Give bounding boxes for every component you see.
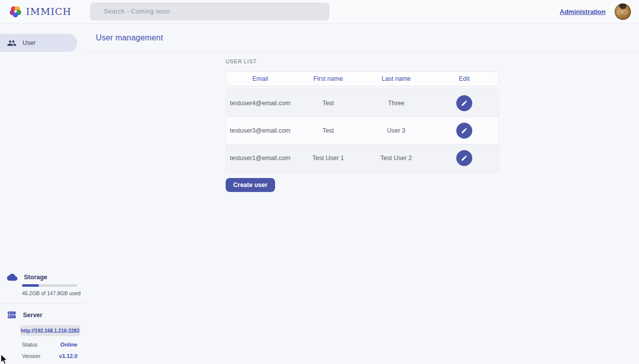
sidebar: User Storage 45.2GB of 147.8GB used	[0, 23, 85, 364]
cell-last-name: User 3	[362, 127, 430, 134]
administration-link[interactable]: Administration	[560, 8, 606, 15]
logo-wordmark: IMMICH	[26, 6, 71, 17]
cell-last-name: Test User 2	[362, 155, 430, 162]
search-input[interactable]	[90, 2, 329, 20]
page-header: User management	[85, 23, 639, 53]
immich-logo[interactable]: IMMICH	[0, 5, 71, 18]
pencil-icon	[461, 100, 468, 107]
table-row: testuser1@email.com Test User 1 Test Use…	[226, 144, 498, 172]
sidebar-item-user[interactable]: User	[0, 34, 77, 52]
column-header-last-name: Last name	[362, 75, 430, 82]
cell-first-name: Test	[294, 100, 362, 107]
pencil-icon	[461, 127, 468, 134]
table-row: testuser3@email.com Test User 3	[226, 117, 498, 144]
glasses-graphic	[617, 10, 629, 15]
main-content: User management USER LIST Email First na…	[85, 23, 639, 364]
server-status-label: Status	[22, 342, 37, 348]
column-header-first-name: First name	[294, 75, 362, 82]
cell-first-name: Test User 1	[294, 155, 362, 162]
edit-user-button[interactable]	[456, 123, 472, 139]
sidebar-divider	[0, 303, 85, 304]
column-header-edit: Edit	[430, 75, 498, 82]
top-bar: IMMICH Administration	[0, 0, 639, 23]
pencil-icon	[461, 155, 468, 162]
sidebar-item-label: User	[22, 39, 35, 46]
server-url-badge: http://192.168.1.216:2283	[20, 325, 80, 336]
server-version-label: Version	[22, 353, 40, 359]
cloud-icon	[7, 273, 17, 281]
cell-email: testuser1@email.com	[226, 155, 294, 162]
storage-progress-fill	[22, 284, 39, 287]
cell-email: testuser4@email.com	[226, 100, 294, 107]
cell-email: testuser3@email.com	[226, 127, 294, 134]
user-avatar[interactable]	[615, 3, 631, 20]
table-row: testuser4@email.com Test Three	[226, 89, 498, 117]
storage-usage-text: 45.2GB of 147.8GB used	[22, 290, 85, 296]
server-version-value: v1.12.0	[59, 353, 77, 359]
storage-title: Storage	[24, 274, 47, 281]
user-list-label: USER LIST	[226, 58, 499, 64]
immich-flower-icon	[9, 5, 22, 18]
page-title: User management	[96, 33, 163, 42]
user-table: testuser4@email.com Test Three te	[226, 89, 499, 172]
cell-last-name: Three	[362, 100, 430, 107]
column-header-email: Email	[226, 75, 294, 82]
server-icon	[7, 310, 16, 320]
storage-progress-bar	[22, 284, 77, 287]
cell-first-name: Test	[294, 127, 362, 134]
server-title: Server	[23, 312, 42, 319]
users-icon	[7, 38, 16, 48]
create-user-button[interactable]: Create user	[226, 178, 275, 192]
server-status-value: Online	[60, 342, 77, 348]
edit-user-button[interactable]	[456, 150, 472, 166]
sidebar-footer: Storage 45.2GB of 147.8GB used	[0, 273, 85, 359]
table-header: Email First name Last name Edit	[226, 71, 499, 86]
edit-user-button[interactable]	[456, 95, 472, 111]
